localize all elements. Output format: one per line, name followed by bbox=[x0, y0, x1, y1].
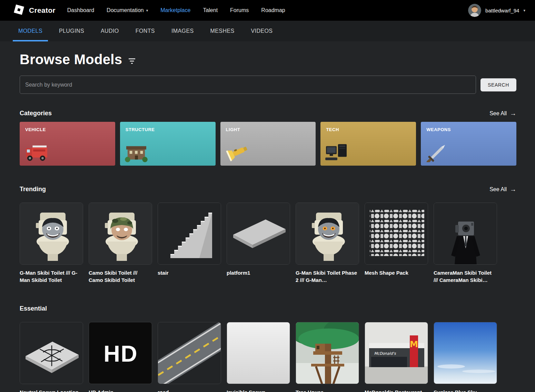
nav-item-forums[interactable]: Forums bbox=[230, 7, 249, 13]
gman-skibi-toilet-phase2-thumb bbox=[296, 203, 359, 265]
trending-section-title: Trending bbox=[20, 186, 46, 193]
nav-item-marketplace[interactable]: Marketplace bbox=[160, 7, 190, 13]
item-title: Invisible Spawn bbox=[227, 389, 290, 392]
categories-section-title: Categories bbox=[20, 110, 52, 117]
main-content: Browse Models SEARCH Categories See All … bbox=[0, 52, 535, 392]
search-input[interactable] bbox=[20, 76, 476, 94]
brand-name: Creator bbox=[29, 6, 56, 14]
camo-skibi-toilet-thumb bbox=[89, 203, 152, 265]
tab-meshes[interactable]: MESHES bbox=[205, 21, 240, 41]
item-card-mcdonalds[interactable]: McDonald's M McDonald’s Restaurant bbox=[365, 322, 428, 392]
computer-icon bbox=[324, 142, 349, 164]
chevron-down-icon: ▾ bbox=[523, 9, 525, 12]
tab-plugins[interactable]: PLUGINS bbox=[53, 21, 90, 41]
arrow-right-icon: → bbox=[510, 186, 516, 193]
item-card-platform1[interactable]: platform1 bbox=[227, 203, 290, 284]
item-title: Tree House bbox=[296, 389, 359, 392]
tab-models[interactable]: MODELS bbox=[13, 21, 48, 41]
essential-cards: Neutral Spawn Location HD HD Admin bbox=[20, 322, 516, 392]
item-title: McDonald’s Restaurant bbox=[365, 389, 428, 392]
item-title: road bbox=[158, 389, 221, 392]
item-title: CameraMan Skibi Toilet /// CameraMan Ski… bbox=[434, 269, 497, 284]
hd-admin-thumb: HD bbox=[89, 322, 152, 384]
page-title: Browse Models bbox=[20, 52, 122, 67]
invisible-spawn-thumb bbox=[227, 322, 290, 384]
item-card-stair[interactable]: stair bbox=[158, 203, 221, 284]
item-card-neutral-spawn[interactable]: Neutral Spawn Location bbox=[20, 322, 83, 392]
topnav-items: Dashboard Documentation ▾ Marketplace Ta… bbox=[67, 7, 285, 13]
tab-videos[interactable]: VIDEOS bbox=[246, 21, 278, 41]
arrow-right-icon: → bbox=[510, 110, 516, 117]
item-title: Mesh Shape Pack bbox=[365, 269, 428, 276]
platform-thumb bbox=[227, 203, 290, 265]
user-menu[interactable]: battledwarf_94 ▾ bbox=[468, 4, 525, 17]
trending-cards: G-Man Skibi Toilet /// G-Man Skibid Toil… bbox=[20, 203, 516, 284]
tab-fonts[interactable]: FONTS bbox=[130, 21, 160, 41]
top-navigation: Creator Dashboard Documentation ▾ Market… bbox=[0, 0, 535, 21]
tree-house-thumb bbox=[296, 322, 359, 384]
fire-truck-icon bbox=[23, 141, 50, 164]
item-title: G-Man Skibi Toilet /// G-Man Skibid Toil… bbox=[20, 269, 83, 284]
building-icon bbox=[123, 142, 149, 164]
item-card-tree-house[interactable]: Tree House bbox=[296, 322, 359, 392]
roblox-logo-icon bbox=[14, 4, 24, 16]
avatar bbox=[468, 4, 481, 17]
item-card-cameraman-skibi-toilet[interactable]: CameraMan Skibi Toilet /// CameraMan Ski… bbox=[434, 203, 497, 284]
username: battledwarf_94 bbox=[485, 8, 519, 13]
svg-text:McDonald's: McDonald's bbox=[374, 351, 396, 356]
filter-icon[interactable] bbox=[128, 58, 136, 64]
item-title: stair bbox=[158, 269, 221, 276]
item-title: Camo Skibi Toilet /// Camo Skibid Toilet bbox=[89, 269, 152, 284]
creator-hub-brand[interactable]: Creator bbox=[14, 4, 56, 16]
item-card-gman-skibi-toilet-phase2[interactable]: G-Man Skibi Toilet Phase 2 /// G-Man… bbox=[296, 203, 359, 284]
neutral-spawn-thumb bbox=[20, 322, 83, 384]
flashlight-icon bbox=[224, 142, 250, 164]
mesh-shape-pack-thumb bbox=[365, 203, 428, 265]
category-card-tech[interactable]: TECH bbox=[320, 122, 416, 166]
item-card-gman-skibi-toilet[interactable]: G-Man Skibi Toilet /// G-Man Skibid Toil… bbox=[20, 203, 83, 284]
gman-skibi-toilet-thumb bbox=[20, 203, 83, 265]
item-title: HD Admin bbox=[89, 389, 152, 392]
item-title: G-Man Skibi Toilet Phase 2 /// G-Man… bbox=[296, 269, 359, 284]
item-title: Sunless Blue Sky bbox=[434, 389, 497, 392]
category-card-light[interactable]: LIGHT bbox=[220, 122, 316, 166]
svg-text:HD: HD bbox=[103, 341, 138, 366]
search-button[interactable]: SEARCH bbox=[480, 78, 516, 91]
item-card-hd-admin[interactable]: HD HD Admin bbox=[89, 322, 152, 392]
chevron-down-icon: ▾ bbox=[146, 9, 148, 12]
blue-sky-thumb bbox=[434, 322, 497, 384]
marketplace-tabbar: MODELS PLUGINS AUDIO FONTS IMAGES MESHES… bbox=[0, 21, 535, 41]
item-card-sunless-blue-sky[interactable]: Sunless Blue Sky bbox=[434, 322, 497, 392]
item-card-mesh-shape-pack[interactable]: Mesh Shape Pack bbox=[365, 203, 428, 284]
category-card-structure[interactable]: STRUCTURE bbox=[120, 122, 216, 166]
sword-icon bbox=[424, 142, 450, 164]
item-card-invisible-spawn[interactable]: Invisible Spawn bbox=[227, 322, 290, 392]
stair-thumb bbox=[158, 203, 221, 265]
category-card-weapons[interactable]: WEAPONS bbox=[421, 122, 516, 166]
road-thumb bbox=[158, 322, 221, 384]
mcdonalds-restaurant-thumb: McDonald's M bbox=[365, 322, 428, 384]
item-card-camo-skibi-toilet[interactable]: Camo Skibi Toilet /// Camo Skibid Toilet bbox=[89, 203, 152, 284]
cameraman-skibi-toilet-thumb bbox=[434, 203, 497, 265]
category-cards: VEHICLE STRUCTURE bbox=[20, 122, 516, 166]
nav-item-talent[interactable]: Talent bbox=[203, 7, 218, 13]
item-title: Neutral Spawn Location bbox=[20, 389, 83, 392]
tab-images[interactable]: IMAGES bbox=[166, 21, 199, 41]
categories-see-all-link[interactable]: See All → bbox=[489, 110, 516, 117]
essential-section-title: Essential bbox=[20, 305, 47, 312]
item-card-road[interactable]: road bbox=[158, 322, 221, 392]
item-title: platform1 bbox=[227, 269, 290, 276]
svg-text:M: M bbox=[410, 340, 418, 349]
nav-item-dashboard[interactable]: Dashboard bbox=[67, 7, 94, 13]
nav-item-documentation[interactable]: Documentation ▾ bbox=[107, 7, 148, 13]
tab-audio[interactable]: AUDIO bbox=[95, 21, 125, 41]
nav-item-roadmap[interactable]: Roadmap bbox=[261, 7, 285, 13]
category-card-vehicle[interactable]: VEHICLE bbox=[20, 122, 115, 166]
trending-see-all-link[interactable]: See All → bbox=[489, 186, 516, 193]
